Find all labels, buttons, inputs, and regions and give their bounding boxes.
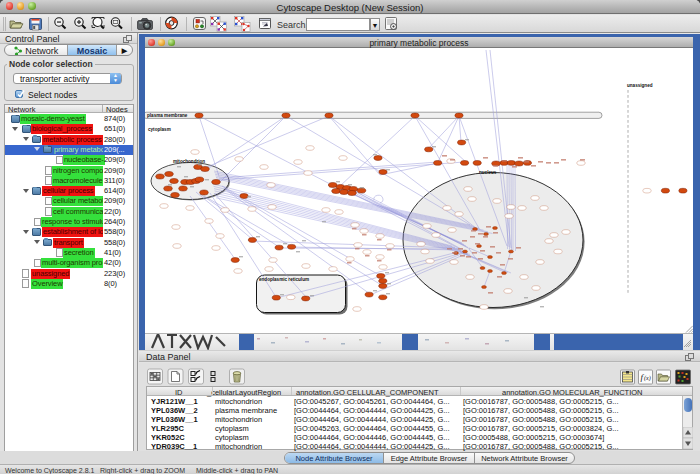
svg-text:plasma membrane: plasma membrane	[147, 113, 188, 118]
svg-text:endoplasmic reticulum: endoplasmic reticulum	[259, 277, 309, 282]
svg-text:nucleus: nucleus	[479, 170, 497, 175]
svg-text:(x): (x)	[644, 375, 651, 382]
svg-text:unassigned: unassigned	[627, 83, 653, 88]
svg-text:mitochondrion: mitochondrion	[173, 159, 205, 164]
svg-text:cytoplasm: cytoplasm	[148, 127, 171, 132]
